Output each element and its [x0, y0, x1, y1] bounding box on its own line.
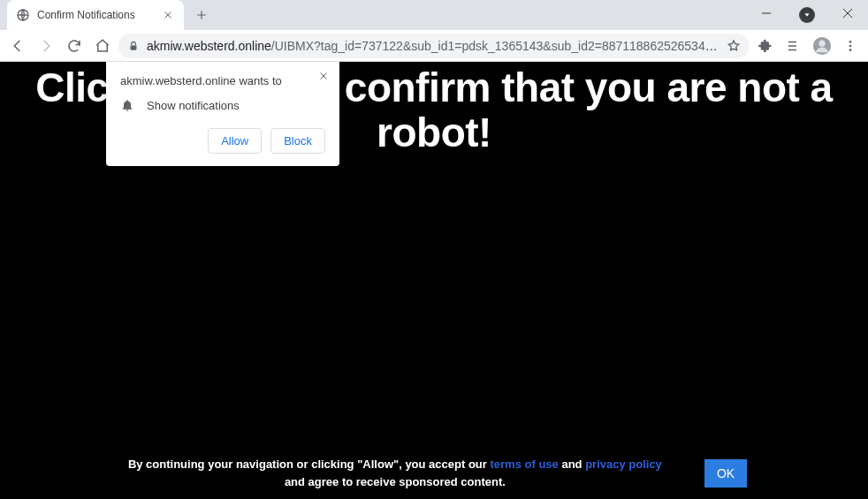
svg-rect-2 — [131, 45, 137, 49]
globe-icon — [16, 8, 30, 22]
minimize-button[interactable] — [746, 0, 787, 26]
menu-button[interactable] — [838, 34, 863, 58]
extensions-button[interactable] — [753, 34, 778, 58]
page-content: Click "Allow" to confirm that you are no… — [0, 62, 868, 499]
svg-point-6 — [849, 44, 852, 47]
consent-bar: By continuing your navigation or clickin… — [0, 456, 868, 490]
browser-tab[interactable]: Confirm Notifications — [7, 0, 184, 30]
reading-list-button[interactable] — [781, 34, 806, 58]
svg-point-4 — [819, 40, 825, 46]
new-tab-button[interactable] — [189, 3, 214, 27]
ok-button[interactable]: OK — [704, 459, 747, 488]
window-titlebar: Confirm Notifications — [0, 0, 868, 30]
browser-toolbar: akmiw.websterd.online/UIBMX?tag_id=73712… — [0, 30, 868, 62]
privacy-link[interactable]: privacy policy — [585, 457, 662, 471]
profile-button[interactable] — [810, 34, 834, 58]
svg-rect-1 — [803, 10, 811, 18]
notification-permission-dialog: akmiw.websterd.online wants to Show noti… — [106, 62, 339, 166]
reload-button[interactable] — [62, 34, 87, 58]
permission-capability: Show notifications — [147, 99, 240, 112]
tab-title: Confirm Notifications — [37, 9, 154, 21]
consent-text: By continuing your navigation or clickin… — [121, 456, 669, 490]
address-bar[interactable]: akmiw.websterd.online/UIBMX?tag_id=73712… — [118, 34, 750, 58]
terms-link[interactable]: terms of use — [490, 457, 558, 471]
forward-button[interactable] — [34, 34, 58, 58]
close-window-button[interactable] — [827, 0, 868, 26]
allow-button[interactable]: Allow — [208, 128, 262, 154]
bookmark-star-icon[interactable] — [727, 39, 741, 53]
block-button[interactable]: Block — [270, 128, 325, 154]
tab-close-icon[interactable] — [161, 8, 175, 22]
dialog-close-icon[interactable] — [315, 67, 332, 85]
back-button[interactable] — [5, 34, 30, 58]
window-controls — [746, 0, 868, 26]
home-button[interactable] — [90, 34, 115, 58]
svg-point-5 — [849, 41, 852, 43]
bell-icon — [120, 98, 134, 112]
lock-icon — [127, 40, 140, 52]
svg-point-7 — [849, 49, 852, 51]
permission-origin: akmiw.websterd.online wants to — [120, 74, 325, 87]
url-text: akmiw.websterd.online/UIBMX?tag_id=73712… — [147, 39, 720, 53]
maximize-button[interactable] — [787, 0, 827, 26]
